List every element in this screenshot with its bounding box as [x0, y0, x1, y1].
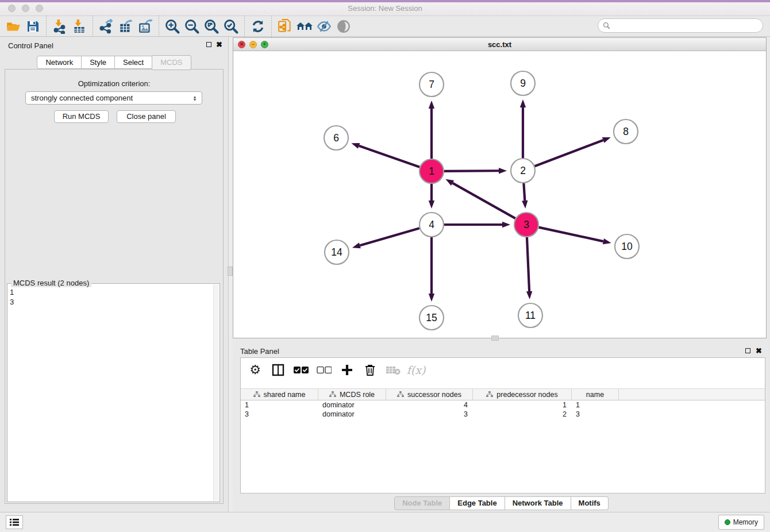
- tab-edge-table[interactable]: Edge Table: [450, 496, 505, 510]
- graph-node-label-9: 9: [520, 78, 526, 89]
- edge-1-2[interactable]: [444, 171, 499, 171]
- result-item: 1: [10, 287, 211, 297]
- edge-arrowhead: [429, 201, 434, 209]
- birds-eye-view-button[interactable]: [334, 17, 353, 36]
- edge-1-6[interactable]: [359, 146, 420, 167]
- zoom-out-button[interactable]: [182, 17, 202, 36]
- dropdown-stepper-icon: ▲▼: [190, 95, 199, 101]
- edge-2-8[interactable]: [535, 140, 603, 166]
- table-cell[interactable]: 1: [572, 400, 619, 410]
- edge-3-10[interactable]: [538, 228, 603, 241]
- vertical-splitter-grip[interactable]: [228, 267, 233, 276]
- export-network-button[interactable]: [97, 17, 116, 36]
- graph-node-label-1: 1: [429, 165, 434, 177]
- delete-table-icon: [386, 365, 401, 375]
- edge-arrowhead: [429, 294, 434, 302]
- table-cell[interactable]: 4: [386, 400, 473, 410]
- fx-icon: f(x): [407, 364, 426, 376]
- tab-select[interactable]: Select: [115, 56, 152, 69]
- table-panel-close-icon[interactable]: ✖: [756, 348, 762, 354]
- zoom-selected-button[interactable]: [221, 17, 241, 36]
- network-graph[interactable]: 7968124314101511: [233, 51, 766, 338]
- table-cell[interactable]: 1: [473, 400, 572, 410]
- network-canvas[interactable]: 7968124314101511: [233, 51, 766, 338]
- mcds-result-list[interactable]: 13: [10, 287, 211, 499]
- zoom-fit-button[interactable]: [202, 17, 221, 36]
- graph-node-label-4: 4: [429, 219, 434, 230]
- table-panel-float-icon[interactable]: [745, 348, 750, 353]
- graph-node-label-6: 6: [333, 132, 339, 144]
- graphics-details-button[interactable]: [314, 17, 334, 36]
- table-panel-title: Table Panel: [240, 347, 279, 356]
- control-panel-title: Control Panel: [8, 41, 53, 50]
- edge-arrowhead: [526, 291, 532, 299]
- tab-style[interactable]: Style: [82, 56, 115, 69]
- edge-2-3[interactable]: [523, 183, 525, 201]
- edge-4-14[interactable]: [360, 228, 419, 245]
- table-cell[interactable]: 3: [241, 410, 318, 419]
- delete-table-button[interactable]: [386, 363, 401, 377]
- table-row[interactable]: 3dominator323: [241, 410, 765, 419]
- titlebar-accent-strip: [0, 0, 770, 2]
- tab-network-table[interactable]: Network Table: [505, 496, 571, 510]
- save-session-button[interactable]: [23, 17, 43, 36]
- criterion-dropdown[interactable]: strongly connected component ▲▼: [25, 91, 202, 105]
- show-columns-button[interactable]: [271, 363, 286, 377]
- table-cell[interactable]: 3: [572, 410, 619, 419]
- task-history-button[interactable]: [6, 515, 23, 529]
- mcds-result-box: MCDS result (2 nodes) 13: [7, 283, 220, 502]
- column-header-cell[interactable]: predecessor nodes: [473, 389, 572, 400]
- open-session-button[interactable]: [3, 17, 23, 36]
- search-field[interactable]: [598, 18, 763, 33]
- table-row[interactable]: 1dominator411: [241, 400, 765, 410]
- control-panel-close-icon[interactable]: ✖: [216, 41, 222, 48]
- edge-3-1[interactable]: [453, 183, 515, 219]
- horizontal-splitter-grip[interactable]: [491, 336, 499, 341]
- search-input[interactable]: [613, 21, 763, 30]
- export-table-button[interactable]: [116, 17, 136, 36]
- tab-network[interactable]: Network: [37, 56, 82, 69]
- table-settings-button[interactable]: ⚙: [248, 363, 263, 377]
- table-cell[interactable]: dominator: [318, 400, 386, 410]
- run-mcds-button[interactable]: Run MCDS: [54, 110, 109, 123]
- memory-button[interactable]: Memory: [718, 515, 764, 530]
- zoom-in-button[interactable]: [163, 17, 182, 36]
- import-network-button[interactable]: [50, 17, 70, 36]
- import-table-button[interactable]: [70, 17, 89, 36]
- close-panel-button[interactable]: Close panel: [117, 110, 176, 123]
- network-view-window: ✕ − + scc.txt 7968124314101511: [233, 37, 767, 338]
- graph-node-label-7: 7: [429, 79, 434, 90]
- clone-network-button[interactable]: [275, 17, 295, 36]
- column-header-predecessor-nodes: predecessor nodes: [496, 391, 557, 399]
- column-header-mcds-role: MCDS role: [340, 391, 375, 399]
- edge-arrowhead: [445, 179, 454, 186]
- export-image-button[interactable]: [136, 17, 155, 36]
- control-panel-float-icon[interactable]: [206, 42, 211, 47]
- column-header-cell[interactable]: name: [572, 389, 619, 400]
- result-scrollbar[interactable]: [213, 284, 219, 501]
- tab-mcds[interactable]: MCDS: [152, 55, 191, 70]
- open-folder-icon: [6, 19, 21, 34]
- first-neighbors-button[interactable]: [295, 17, 314, 36]
- table-cell[interactable]: 1: [241, 400, 318, 410]
- column-header-cell[interactable]: MCDS role: [318, 389, 386, 400]
- select-all-button[interactable]: [294, 363, 309, 377]
- tab-motifs[interactable]: Motifs: [571, 496, 609, 510]
- delete-row-button[interactable]: [363, 363, 378, 377]
- tab-node-table[interactable]: Node Table: [394, 496, 450, 510]
- deselect-all-button[interactable]: [317, 363, 332, 377]
- result-item: 3: [10, 297, 211, 307]
- column-header-cell[interactable]: successor nodes: [386, 389, 473, 400]
- table-cell[interactable]: 3: [386, 410, 473, 419]
- table-cell[interactable]: dominator: [318, 410, 386, 419]
- column-header-cell[interactable]: shared name: [241, 389, 318, 400]
- import-network-icon: [52, 19, 67, 34]
- function-builder-button[interactable]: f(x): [409, 363, 424, 377]
- add-row-button[interactable]: [340, 363, 355, 377]
- main-area: Control Panel ✖ NetworkStyleSelectMCDS O…: [0, 37, 770, 512]
- select-all-icon: [294, 366, 309, 374]
- edge-3-11[interactable]: [527, 237, 529, 291]
- refresh-layout-button[interactable]: [248, 17, 268, 36]
- zoom-fit-icon: [203, 18, 220, 34]
- table-cell[interactable]: 2: [473, 410, 572, 419]
